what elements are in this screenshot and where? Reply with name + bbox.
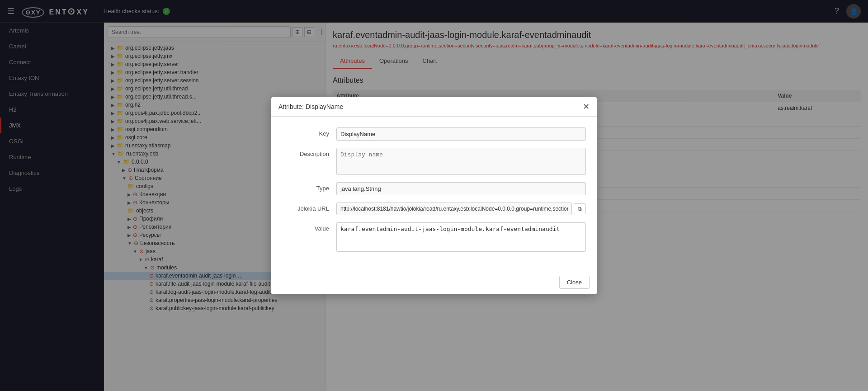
key-label: Key [282,127,336,137]
jolokia-row: Jolokia URL ⧉ [282,203,586,215]
close-modal-button[interactable]: Close [559,276,590,289]
modal-header: Attribute: DisplayName ✕ [271,97,597,117]
key-input[interactable] [336,127,586,141]
value-textarea[interactable] [337,223,585,250]
type-row: Type [282,182,586,195]
modal-title: Attribute: DisplayName [278,103,343,110]
modal-overlay[interactable]: Attribute: DisplayName ✕ Key Description… [0,0,868,391]
modal-body: Key Description Type Jolokia URL ⧉ [271,117,597,270]
copy-jolokia-button[interactable]: ⧉ [574,203,586,214]
type-label: Type [282,182,336,192]
description-textarea[interactable] [336,148,586,175]
description-label: Description [282,148,336,157]
jolokia-label: Jolokia URL [282,203,336,212]
value-container [336,222,586,252]
type-input[interactable] [336,182,586,195]
modal-footer: Close [271,270,597,294]
value-row: Value [282,222,586,252]
value-label: Value [282,222,336,232]
jolokia-url-input[interactable] [336,203,572,215]
attribute-modal: Attribute: DisplayName ✕ Key Description… [271,97,597,294]
modal-close-icon[interactable]: ✕ [583,103,590,111]
key-row: Key [282,127,586,141]
description-row: Description [282,148,586,175]
